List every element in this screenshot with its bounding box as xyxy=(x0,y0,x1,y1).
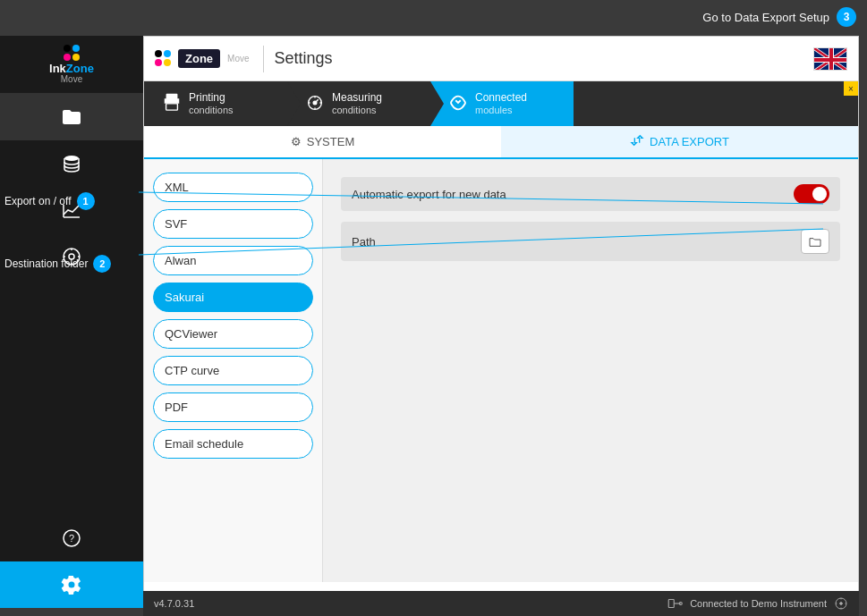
list-item-qcviewer[interactable]: QCViewer xyxy=(153,319,313,349)
svg-rect-25 xyxy=(668,600,674,608)
content-area: XML SVF Alwan Sakurai QCViewer CTP curve… xyxy=(144,159,858,582)
svg-point-33 xyxy=(840,603,843,605)
status-label: Connected to Demo Instrument xyxy=(690,598,827,609)
measuring-icon xyxy=(305,93,325,115)
list-item-svf[interactable]: SVF xyxy=(153,209,313,239)
compass-icon xyxy=(834,596,848,611)
logo-move-label: Move xyxy=(227,54,249,63)
connected-icon xyxy=(448,93,468,115)
data-export-icon xyxy=(630,133,644,150)
footer: v4.7.0.31 Connected to Demo Instrument xyxy=(143,591,859,616)
list-panel: XML SVF Alwan Sakurai QCViewer CTP curve… xyxy=(144,159,323,582)
annotation-destination-label: Destination folder xyxy=(4,257,88,270)
annotation-1-badge: 1 xyxy=(77,192,95,210)
language-flag[interactable] xyxy=(813,47,847,71)
sidebar: InkZone Move ? xyxy=(0,36,143,608)
annotation-export-label: Export on / off xyxy=(4,195,72,207)
printing-label: Printing xyxy=(189,91,234,104)
right-panel: Automatic export for new data Path xyxy=(323,159,858,582)
svg-rect-21 xyxy=(166,103,178,109)
list-item-xml[interactable]: XML xyxy=(153,173,313,202)
sub-tab-data-export[interactable]: DATA EXPORT xyxy=(501,126,858,159)
printing-sub: conditions xyxy=(189,105,234,116)
sidebar-settings-icon[interactable] xyxy=(0,561,143,608)
sub-tabs: ⚙ SYSTEM DATA EXPORT xyxy=(144,126,858,159)
svg-point-22 xyxy=(176,100,178,102)
svg-point-24 xyxy=(313,101,317,105)
instrument-icon xyxy=(667,595,683,612)
nav-tabs: Printing conditions Measuring conditions… xyxy=(144,81,858,126)
annotation-export-on-off: Export on / off 1 xyxy=(4,192,95,210)
measuring-label: Measuring xyxy=(332,91,382,104)
goto-label: Go to Data Export Setup xyxy=(702,11,829,24)
connected-label: Connected xyxy=(475,91,527,104)
logo-zone-label: Zone xyxy=(178,49,220,68)
sidebar-db-icon[interactable] xyxy=(0,140,143,187)
window-header: Zone Move Settings xyxy=(144,37,858,81)
close-button[interactable]: × xyxy=(844,81,858,96)
folder-browse-button[interactable] xyxy=(801,229,829,254)
measuring-sub: conditions xyxy=(332,105,382,116)
logo-sub: Move xyxy=(61,74,82,84)
system-label: SYSTEM xyxy=(307,135,354,148)
printing-icon xyxy=(162,92,182,116)
header-title: Settings xyxy=(275,49,333,68)
nav-tab-connected[interactable]: Connected modules xyxy=(430,81,574,126)
svg-text:?: ? xyxy=(69,533,74,544)
connected-sub: modules xyxy=(475,105,527,116)
annotation-destination-folder: Destination folder 2 xyxy=(4,255,111,273)
top-bar: Go to Data Export Setup 3 xyxy=(692,0,867,34)
list-item-ctp-curve[interactable]: CTP curve xyxy=(153,356,313,385)
auto-export-toggle[interactable] xyxy=(794,184,829,204)
path-label: Path xyxy=(352,235,801,249)
svg-point-0 xyxy=(64,156,79,161)
list-item-email-schedule[interactable]: Email schedule xyxy=(153,429,313,459)
list-item-pdf[interactable]: PDF xyxy=(153,392,313,422)
path-row: Path xyxy=(341,222,840,261)
sidebar-folder-icon[interactable] xyxy=(0,94,143,140)
system-icon: ⚙ xyxy=(291,135,302,148)
sub-tab-system[interactable]: ⚙ SYSTEM xyxy=(144,126,501,157)
nav-tab-printing[interactable]: Printing conditions xyxy=(144,81,287,126)
data-export-label: DATA EXPORT xyxy=(650,135,729,148)
auto-export-row: Automatic export for new data xyxy=(341,177,840,211)
list-item-sakurai[interactable]: Sakurai xyxy=(153,283,313,312)
logo xyxy=(155,50,171,68)
version-label: v4.7.0.31 xyxy=(154,598,194,609)
list-item-alwan[interactable]: Alwan xyxy=(153,246,313,275)
header-divider xyxy=(263,46,264,72)
top-badge[interactable]: 3 xyxy=(837,7,856,27)
nav-tab-measuring[interactable]: Measuring conditions xyxy=(287,81,430,126)
sidebar-help-icon[interactable]: ? xyxy=(0,515,143,561)
main-window: Zone Move Settings × xyxy=(143,36,859,608)
auto-export-label: Automatic export for new data xyxy=(352,188,794,201)
svg-rect-19 xyxy=(829,48,833,71)
annotation-2-badge: 2 xyxy=(93,255,111,273)
